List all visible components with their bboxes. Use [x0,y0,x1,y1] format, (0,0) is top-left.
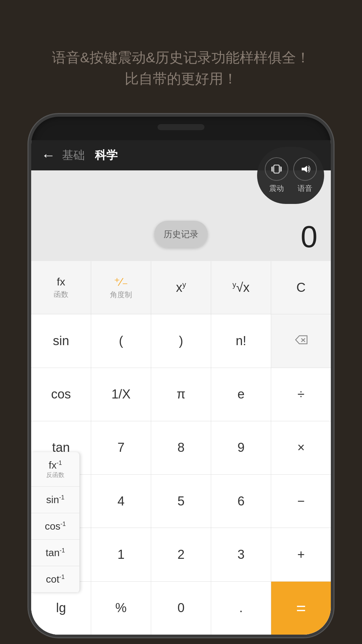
side-item-tan-inv[interactable]: tan-1 [31,540,79,566]
display-value: 0 [301,220,317,254]
key-dot[interactable]: . [211,582,271,635]
sin-inv-text: sin-1 [46,494,64,505]
key-backspace[interactable] [271,314,331,367]
key-clear[interactable]: C [271,261,331,314]
key-1[interactable]: 1 [91,528,151,581]
fx-inv-sub: 反函数 [46,471,64,479]
key-cos[interactable]: cos [31,368,91,421]
key-row-1: fx 函数 ⁺∕₋ 角度制 xy y√x C [31,261,331,314]
key-9[interactable]: 9 [211,421,271,474]
key-6[interactable]: 6 [211,475,271,528]
key-4[interactable]: 4 [91,475,151,528]
key-reciprocal[interactable]: 1/X [91,368,151,421]
key-row-2: sin ( ) n! [31,314,331,368]
cot-inv-text: cot-1 [46,574,65,585]
key-rparen[interactable]: ) [151,314,211,367]
tan-inv-text: tan-1 [46,547,65,558]
key-row-3: cos 1/X π e ÷ [31,368,331,421]
phone-speaker [158,124,204,130]
phone-frame: ← 基础 科学 震动 [28,114,334,637]
back-button[interactable]: ← [41,147,55,163]
side-item-cot-inv[interactable]: cot-1 [31,566,79,593]
key-5[interactable]: 5 [151,475,211,528]
side-item-sin-inv[interactable]: sin-1 [31,487,79,513]
voice-option[interactable]: 语音 [293,157,317,194]
key-fx[interactable]: fx 函数 [31,261,91,314]
key-root[interactable]: y√x [211,261,271,314]
promo-line2: 比自带的更好用！ [20,68,342,89]
key-3[interactable]: 3 [211,528,271,581]
phone-inner: ← 基础 科学 震动 [31,140,331,635]
promo-text: 语音&按键震动&历史记录功能样样俱全！ 比自带的更好用！ [0,47,362,89]
key-0[interactable]: 0 [151,582,211,635]
side-panel: fx-1 反函数 sin-1 cos-1 tan-1 cot-1 [31,452,80,593]
voice-icon [293,157,317,181]
key-equals[interactable]: = [271,582,331,635]
svg-marker-5 [302,166,307,172]
fx-inv-text: fx-1 [49,460,62,471]
history-button[interactable]: 历史记录 [154,221,208,248]
voice-label: 语音 [298,183,312,194]
vibrate-label: 震动 [269,183,284,194]
svg-rect-0 [274,165,279,173]
tab-science[interactable]: 科学 [95,148,118,163]
key-8[interactable]: 8 [151,421,211,474]
cos-inv-text: cos-1 [45,521,66,532]
side-item-cos-inv[interactable]: cos-1 [31,513,79,540]
key-2[interactable]: 2 [151,528,211,581]
side-panel-arrow [79,518,80,527]
vibrate-option[interactable]: 震动 [265,157,288,194]
tab-basic[interactable]: 基础 [62,148,85,163]
key-lparen[interactable]: ( [91,314,151,367]
side-item-fx-inv[interactable]: fx-1 反函数 [31,452,79,487]
key-7[interactable]: 7 [91,421,151,474]
key-pi[interactable]: π [151,368,211,421]
key-divide[interactable]: ÷ [271,368,331,421]
key-subtract[interactable]: − [271,475,331,528]
key-multiply[interactable]: × [271,421,331,474]
key-angle[interactable]: ⁺∕₋ 角度制 [91,261,151,314]
key-factorial[interactable]: n! [211,314,271,367]
float-menu: 震动 语音 [257,147,324,204]
key-add[interactable]: + [271,528,331,581]
key-percent[interactable]: % [91,582,151,635]
promo-line1: 语音&按键震动&历史记录功能样样俱全！ [20,47,342,68]
key-e[interactable]: e [211,368,271,421]
key-sin[interactable]: sin [31,314,91,367]
key-power[interactable]: xy [151,261,211,314]
vibrate-icon [265,157,288,181]
